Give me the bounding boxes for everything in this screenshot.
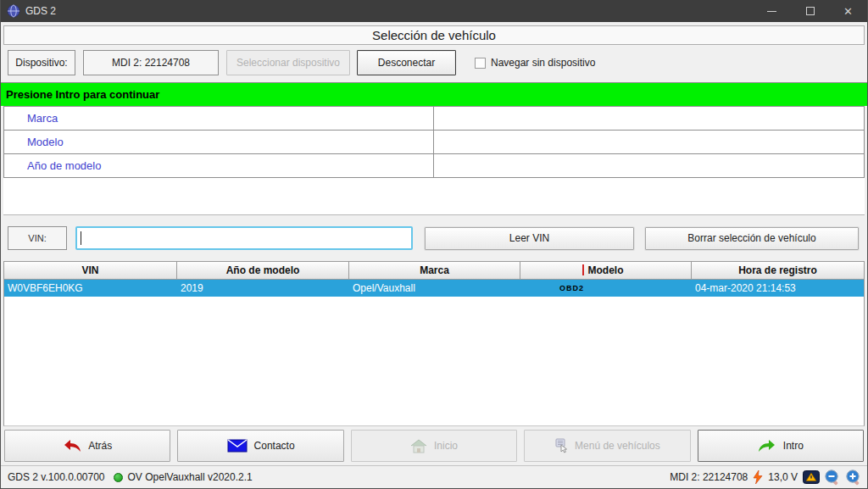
zoom-out-icon[interactable]: [825, 470, 841, 486]
envelope-icon: [227, 439, 248, 453]
app-version-text: GDS 2 v.100.0.00700: [8, 471, 105, 483]
header-vin[interactable]: VIN: [4, 262, 177, 279]
vehicle-selection-table: Marca Modelo Año de modelo: [3, 106, 865, 178]
window-title: GDS 2: [25, 5, 56, 17]
title-bar: GDS 2 ✕: [1, 0, 867, 22]
status-bar: GDS 2 v.100.0.00700 OV OpelVauxhall v202…: [1, 465, 867, 488]
back-button[interactable]: Atrás: [4, 430, 170, 462]
home-icon: [410, 439, 427, 453]
vin-entry-row: VIN: Leer VIN Borrar selección de vehícu…: [3, 215, 865, 261]
selected-vehicle-row[interactable]: W0VBF6EH0KG 2019 Opel/Vauxhall OBD2 04-m…: [4, 280, 864, 297]
model-year-label[interactable]: Año de modelo: [4, 154, 433, 177]
enter-button[interactable]: Intro: [698, 430, 864, 462]
device-status-text: MDI 2: 22124708: [670, 471, 748, 483]
header-make[interactable]: Marca: [349, 262, 520, 279]
browse-without-device-option[interactable]: Navegar sin dispositivo: [475, 57, 595, 69]
selection-row-model[interactable]: Modelo: [4, 131, 864, 154]
home-button: Inicio: [351, 430, 517, 462]
enter-button-label: Intro: [783, 440, 804, 452]
text-caret: [81, 231, 81, 245]
vehicle-menu-button: Menú de vehículos: [524, 430, 690, 462]
home-button-label: Inicio: [434, 440, 458, 452]
close-button[interactable]: ✕: [829, 0, 867, 22]
read-vin-button[interactable]: Leer VIN: [425, 227, 634, 250]
software-version-text: OV OpelVauxhall v2020.2.1: [128, 471, 253, 483]
back-arrow-icon: [63, 439, 81, 453]
device-toolbar: Dispositivo: MDI 2: 22124708 Seleccionar…: [3, 45, 865, 81]
voltage-text: 13,0 V: [768, 471, 798, 483]
app-globe-icon: [7, 4, 20, 18]
gds2-window: GDS 2 ✕ Selección de vehículo Dispositiv…: [0, 0, 868, 489]
close-icon: ✕: [843, 6, 853, 17]
header-model-label: Modelo: [588, 264, 624, 276]
instruction-banner: Presione Intro para continuar: [1, 82, 867, 106]
row-vin: W0VBF6EH0KG: [4, 280, 177, 297]
page-title: Selección de vehículo: [3, 25, 865, 45]
forward-arrow-icon: [758, 439, 776, 453]
row-make: Opel/Vauxhall: [349, 280, 520, 297]
contact-button[interactable]: Contacto: [177, 430, 343, 462]
status-ok-icon: [114, 473, 123, 482]
row-model: OBD2: [520, 280, 692, 297]
header-model-year[interactable]: Año de modelo: [177, 262, 349, 279]
zoom-in-icon[interactable]: [846, 470, 862, 486]
device-value-box: MDI 2: 22124708: [83, 50, 219, 75]
header-model[interactable]: Modelo: [520, 262, 692, 279]
selection-row-model-year[interactable]: Año de modelo: [4, 154, 864, 178]
model-label[interactable]: Modelo: [4, 131, 433, 153]
device-label: Dispositivo:: [8, 50, 75, 75]
clear-vehicle-selection-button[interactable]: Borrar selección de vehículo: [645, 227, 859, 250]
status-right: MDI 2: 22124708 13,0 V: [665, 470, 862, 486]
back-button-label: Atrás: [88, 440, 112, 452]
row-registration-time: 04-mar-2020 21:14:53: [692, 280, 864, 297]
select-device-button: Seleccionar dispositivo: [226, 50, 350, 75]
power-bolt-icon: [753, 470, 763, 484]
footer-button-bar: Atrás Contacto Inicio Menú de vehículos: [3, 426, 865, 465]
maximize-icon: [806, 7, 815, 15]
main-content: Selección de vehículo Dispositivo: MDI 2…: [1, 22, 867, 465]
maximize-button[interactable]: [791, 0, 829, 22]
make-label[interactable]: Marca: [4, 107, 433, 130]
contact-button-label: Contacto: [254, 440, 295, 452]
vin-input[interactable]: [75, 226, 413, 250]
vehicle-menu-button-label: Menú de vehículos: [575, 440, 660, 452]
text-cursor-icon: [582, 264, 584, 275]
vin-label: VIN:: [8, 226, 67, 250]
selection-row-make[interactable]: Marca: [4, 107, 864, 131]
model-value[interactable]: [433, 131, 864, 153]
minimize-button[interactable]: [753, 0, 791, 22]
model-year-value[interactable]: [433, 154, 864, 177]
vehicle-records-table: VIN Año de modelo Marca Modelo Hora de r…: [3, 261, 865, 426]
vehicle-menu-icon: [554, 438, 568, 453]
selection-table-empty-area: [3, 178, 865, 215]
make-value[interactable]: [433, 107, 864, 130]
records-header-row: VIN Año de modelo Marca Modelo Hora de r…: [4, 262, 864, 280]
browse-without-device-checkbox[interactable]: [475, 58, 486, 69]
browse-without-device-label: Navegar sin dispositivo: [491, 57, 595, 69]
disconnect-button[interactable]: Desconectar: [357, 50, 456, 75]
row-model-year: 2019: [177, 280, 349, 297]
records-empty-area: [4, 297, 864, 425]
header-registration-time[interactable]: Hora de registro: [692, 262, 864, 279]
status-left: GDS 2 v.100.0.00700 OV OpelVauxhall v202…: [8, 471, 253, 483]
warning-indicator-icon: [803, 470, 820, 484]
minimize-icon: [767, 11, 776, 12]
